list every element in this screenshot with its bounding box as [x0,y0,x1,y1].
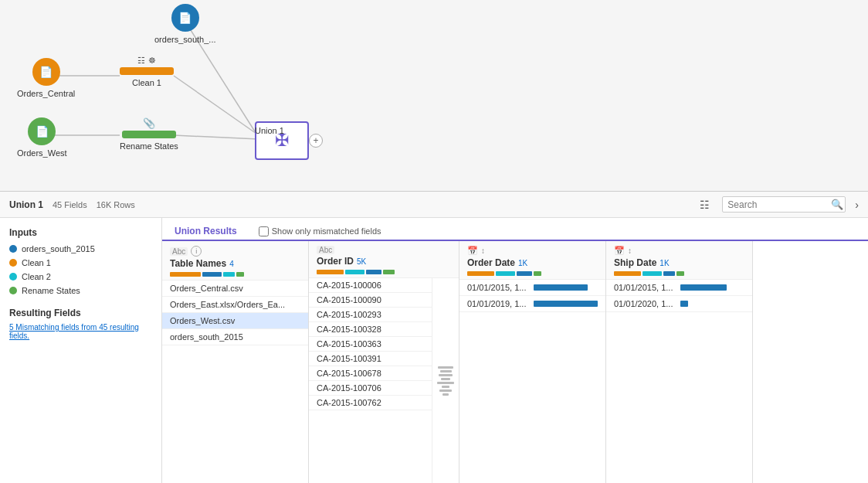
col-table-names-header: Abc i Table Names 4 [162,241,308,281]
col-bars-order-id [317,270,451,274]
node-label-orders-south: orders_south_... [154,35,216,44]
sidebar-item-rename-states: Rename States [9,286,152,295]
cal-icon-order-date: 📅 [467,246,478,256]
node-clean1[interactable]: ☷☸ Clean 1 [120,56,174,87]
table-row[interactable]: 01/01/2015, 1... [606,280,752,296]
col-name-ship-date: Ship Date 1K [614,257,744,268]
node-circle-orders-central: 📄 [32,58,60,86]
sidebar-item-clean2: Clean 2 [9,272,152,281]
table-row[interactable]: CA-2015-100006 [309,278,432,293]
col-body-ship-date: 01/01/2015, 1... 01/01/2020, 1... [606,280,752,483]
clean1-bar [120,67,174,75]
table-row[interactable]: CA-2015-100363 [309,337,432,352]
node-label-clean1: Clean 1 [132,78,161,87]
union1-plus-button[interactable]: + [309,134,323,148]
svg-line-4 [174,135,259,139]
ship-date-bar-1 [680,284,727,291]
col-type-order-date: 📅 ↕ [467,246,598,256]
node-label-orders-central: Orders_Central [17,89,75,98]
col-body-order-date: 01/01/2015, 1... 01/01/2019, 1... [459,280,605,483]
mismatch-info[interactable]: 5 Mismatching fields from 45 resulting f… [9,323,152,340]
hist-bar [439,374,453,376]
bar-blue-table-names [202,272,222,277]
bar-teal-order-id [345,270,364,274]
sidebar-item-orders-south: orders_south_2015 [9,244,152,253]
bar-blue-ship-date [663,271,675,276]
col-count-order-id: 5K [357,257,366,266]
table-row[interactable]: Orders_East.xlsx/Orders_Ea... [162,297,308,313]
col-ship-date-header: 📅 ↕ Ship Date 1K [606,241,752,280]
col-type-order-id: Abc [317,246,451,254]
mismatched-check: Show only mismatched fields [259,226,381,236]
node-orders-south[interactable]: 📄 orders_south_... [154,4,216,44]
hist-bar [440,370,452,372]
node-circle-orders-south: 📄 [171,4,199,32]
bar-green-ship-date [676,271,684,276]
header-rows: 16K Rows [97,200,135,209]
mismatched-label: Show only mismatched fields [272,226,381,236]
table-row[interactable]: Orders_Central.csv [162,281,308,297]
table-row[interactable]: CA-2015-100391 [309,352,432,366]
bar-teal-table-names [223,272,235,277]
col-order-date: 📅 ↕ Order Date 1K [459,241,606,483]
flow-canvas: 📄 orders_south_... 📄 Orders_Central ☷☸ C… [0,0,868,192]
table-row[interactable]: Orders_West.csv [162,313,308,329]
col-body-order-id: CA-2015-100006 CA-2015-100090 CA-2015-10… [309,278,459,483]
right-content: Union Results Show only mismatched field… [162,218,868,483]
main-content: Inputs orders_south_2015 Clean 1 Clean 2… [0,218,868,483]
col-order-id: Abc Order ID 5K [309,241,459,483]
header-bar: Union 1 45 Fields 16K Rows ☷ 🔍 › [0,192,868,218]
table-row[interactable]: CA-2015-100678 [309,366,432,381]
col-name-order-date: Order Date 1K [467,257,598,268]
col-ship-date: 📅 ↕ Ship Date 1K [606,241,753,483]
abc-tag-table-names: Abc [170,247,188,256]
bottom-panel: Union 1 45 Fields 16K Rows ☷ 🔍 › Inputs … [0,192,868,483]
mismatched-checkbox[interactable] [259,226,269,236]
hist-bar [441,378,450,380]
table-row[interactable]: orders_south_2015 [162,329,308,345]
table-row[interactable]: CA-2015-100293 [309,308,432,322]
date-bar-1 [534,284,588,291]
union1-label: Union 1 [255,126,284,135]
table-row[interactable]: 01/01/2020, 1... [606,296,752,312]
table-row[interactable]: 01/01/2019, 1... [459,296,605,312]
info-icon-table-names[interactable]: i [191,246,202,257]
search-box[interactable]: 🔍 [722,196,846,213]
bar-blue-order-id [366,270,381,274]
abc-tag-order-id: Abc [317,246,334,254]
bar-orange-table-names [170,272,201,277]
sidebar-label-clean2: Clean 2 [22,272,51,281]
node-orders-west[interactable]: 📄 Orders_West [17,117,67,158]
header-node-name: Union 1 [9,199,43,210]
col-count-ship-date: 1K [659,259,669,267]
tab-union-results[interactable]: Union Results [175,223,237,241]
col-bars-ship-date [614,271,744,276]
date-label-2: 01/01/2019, 1... [467,299,529,308]
table-row[interactable]: CA-2015-100706 [309,381,432,396]
table-row[interactable]: CA-2015-100328 [309,322,432,337]
bar-orange-order-id [317,270,344,274]
hist-bar [442,393,449,396]
grid-view-icon[interactable]: ☷ [697,197,713,213]
header-fields: 45 Fields [53,200,87,209]
col-table-names: Abc i Table Names 4 [162,241,309,483]
bar-teal-ship-date [643,271,662,276]
table-row[interactable]: CA-2015-100090 [309,293,432,308]
svg-line-2 [174,76,259,135]
node-rename-states[interactable]: 📎 Rename States [120,117,178,151]
table-row[interactable]: CA-2015-100762 [309,396,432,410]
expand-icon[interactable]: › [855,199,859,211]
dot-rename-states [9,287,17,294]
search-input[interactable] [727,199,828,210]
resulting-fields-title: Resulting Fields [9,308,152,318]
col-bars-table-names [170,272,300,277]
tab-bar: Union Results Show only mismatched field… [162,218,868,241]
col-body-table-names: Orders_Central.csv Orders_East.xlsx/Orde… [162,281,308,483]
node-label-orders-west: Orders_West [17,148,67,158]
clean1-icons: ☷☸ [137,56,156,66]
node-circle-orders-west: 📄 [28,117,56,145]
bar-green-order-id [383,270,395,274]
col-name-table-names: Table Names 4 [170,258,300,269]
table-row[interactable]: 01/01/2015, 1... [459,280,605,296]
node-orders-central[interactable]: 📄 Orders_Central [17,58,75,98]
